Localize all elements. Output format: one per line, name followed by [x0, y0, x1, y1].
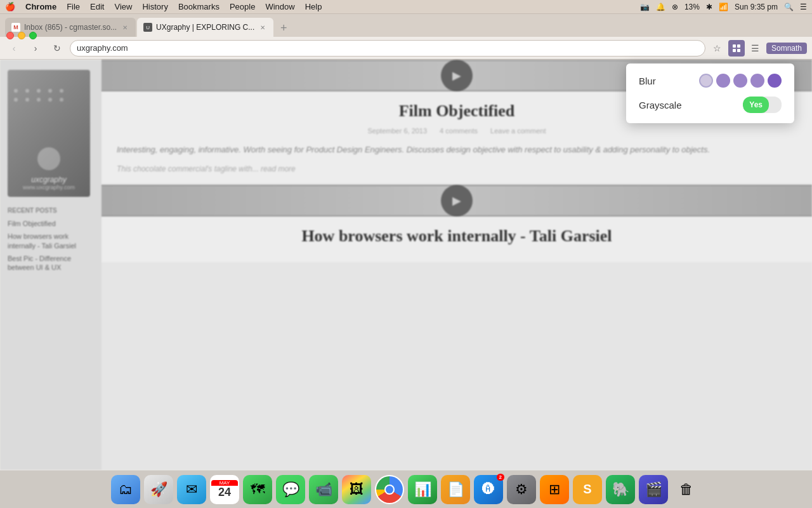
blur-row: Blur [639, 74, 782, 88]
dock-finder[interactable]: 🗂 [111, 475, 140, 504]
dock-numbers[interactable]: 📊 [408, 475, 437, 504]
forward-button[interactable]: › [27, 39, 44, 57]
menu-wifi-icon: 📶 [719, 3, 728, 11]
address-bar[interactable]: uxgraphy.com [70, 40, 705, 57]
sidebar: uxcgraphy www.uxcgraphy.com RECENT POSTS… [0, 60, 102, 470]
blur-dot-4[interactable] [750, 74, 764, 88]
facetime-icon: 📹 [315, 481, 332, 498]
grayscale-toggle[interactable]: Yes [743, 97, 782, 113]
chrome-menu[interactable]: Chrome [25, 2, 56, 11]
dock-rocket[interactable]: 🚀 [144, 475, 173, 504]
mail-icon: ✉ [186, 481, 197, 498]
sidebar-site-url: www.uxcgraphy.com [23, 184, 75, 190]
url-text: uxgraphy.com [77, 43, 128, 53]
post-1-comments: 4 comments [440, 127, 478, 135]
menu-cast-icon: 📷 [640, 3, 650, 11]
bookmark-icon[interactable]: ☆ [709, 40, 726, 57]
menu-vpn-icon: ⊗ [672, 3, 678, 11]
tab-uxgraphy-label: UXgraphy | EXPLORING C... [156, 23, 254, 32]
tab-gmail-label: Inbox (865) - cgmaster.so... [24, 23, 117, 32]
window-menu[interactable]: Window [265, 2, 294, 11]
trash-icon: 🗑 [679, 481, 693, 498]
menu-time: Sun 9:35 pm [735, 3, 778, 11]
sidebar-recent-posts-title: RECENT POSTS [8, 207, 94, 214]
appstore-icon: 🅐 [482, 482, 495, 497]
edit-menu[interactable]: Edit [90, 2, 104, 11]
maps-icon: 🗺 [251, 481, 265, 498]
messages-icon: 💬 [282, 481, 299, 498]
menu-icon[interactable]: ☰ [747, 40, 764, 57]
tab-bar: M Inbox (865) - cgmaster.so... ✕ U UXgra… [0, 14, 812, 37]
dock-facetime[interactable]: 📹 [309, 475, 338, 504]
blur-dot-3[interactable] [733, 74, 747, 88]
bookmarks-menu[interactable]: Bookmarks [178, 2, 219, 11]
help-menu[interactable]: Help [305, 2, 322, 11]
new-tab-button[interactable]: + [275, 19, 292, 37]
tab-gmail-close[interactable]: ✕ [121, 23, 129, 32]
apple-menu[interactable]: 🍎 [5, 2, 15, 11]
slides-icon: S [583, 482, 591, 497]
dock-unknown-app[interactable]: 🎬 [639, 475, 668, 504]
dock-slides[interactable]: S [573, 475, 602, 504]
dock-photos[interactable]: 🖼 [342, 475, 371, 504]
post-1-leave-comment[interactable]: Leave a comment [490, 127, 546, 135]
sidebar-link-2[interactable]: How browsers work internally - Tali Gars… [8, 232, 94, 250]
toggle-yes[interactable]: Yes [743, 97, 769, 113]
blur-dot-1[interactable] [699, 74, 713, 88]
menu-bar-right: 📷 🔔 ⊗ 13% ✱ 📶 Sun 9:35 pm 🔍 ☰ [640, 3, 807, 11]
extension-popup: Blur Grayscale Yes [626, 64, 794, 123]
dock-maps[interactable]: 🗺 [243, 475, 272, 504]
chrome-window: M Inbox (865) - cgmaster.so... ✕ U UXgra… [0, 14, 812, 508]
dock-chrome[interactable] [375, 475, 404, 504]
close-button[interactable] [6, 32, 14, 39]
grayscale-label: Grayscale [639, 100, 682, 110]
svg-rect-1 [737, 44, 740, 48]
dock-appstore[interactable]: 🅐 2 [474, 475, 503, 504]
tab-uxgraphy[interactable]: U UXgraphy | EXPLORING C... ✕ [137, 18, 273, 37]
blur-dot-2[interactable] [716, 74, 730, 88]
svg-rect-2 [733, 49, 736, 52]
extension-icon[interactable] [728, 40, 745, 57]
dock-calendar[interactable]: MAY 24 [210, 475, 239, 504]
dock-mail[interactable]: ✉ [177, 475, 206, 504]
dock-pages[interactable]: 📄 [441, 475, 470, 504]
tab-uxgraphy-close[interactable]: ✕ [258, 23, 267, 32]
sidebar-logo: uxcgraphy www.uxcgraphy.com [8, 70, 90, 197]
post-1-excerpt: Interesting, engaging, informative. Wort… [117, 144, 797, 157]
menu-search-icon[interactable]: 🔍 [784, 3, 794, 11]
reload-button[interactable]: ↻ [48, 39, 66, 57]
post-1-media-icon: ▶ [441, 60, 473, 91]
sidebar-avatar [37, 147, 60, 170]
post-1-readmore[interactable]: This chocolate commercial's tagline with… [117, 164, 797, 173]
toggle-no[interactable] [769, 97, 782, 113]
dock-prefs[interactable]: ⚙ [507, 475, 536, 504]
menu-battery: 13% [684, 3, 700, 11]
post-2-title: How browsers work internally - Tali Gars… [117, 227, 797, 246]
people-menu[interactable]: People [230, 2, 255, 11]
dock: 🗂 🚀 ✉ MAY 24 🗺 💬 📹 🖼 [0, 470, 812, 508]
sidebar-link-3[interactable]: Best Pic - Difference between UI & UX [8, 254, 94, 272]
dock-trash[interactable]: 🗑 [672, 475, 701, 504]
dock-launchpad[interactable]: ⊞ [540, 475, 569, 504]
post-2-media-icon: ▶ [441, 185, 473, 217]
gmail-favicon: M [11, 23, 20, 32]
history-menu[interactable]: History [142, 2, 167, 11]
view-menu[interactable]: View [114, 2, 132, 11]
launchpad-icon: ⊞ [549, 481, 560, 498]
unknown-icon: 🎬 [645, 481, 662, 498]
menu-list-icon[interactable]: ☰ [800, 3, 807, 11]
sidebar-link-1[interactable]: Film Objectified [8, 219, 94, 228]
blur-control[interactable] [699, 74, 782, 88]
dock-messages[interactable]: 💬 [276, 475, 305, 504]
blur-dot-5[interactable] [768, 74, 782, 88]
numbers-icon: 📊 [414, 481, 431, 498]
file-menu[interactable]: File [67, 2, 80, 11]
minimize-button[interactable] [18, 32, 25, 39]
post-card-2: ▶ How browsers work internally - Tali Ga… [102, 185, 812, 262]
profile-button[interactable]: Somnath [766, 43, 807, 54]
back-button[interactable]: ‹ [5, 39, 23, 57]
dock-evernote[interactable]: 🐘 [606, 475, 635, 504]
uxgraphy-favicon: U [143, 23, 152, 32]
maximize-button[interactable] [29, 32, 37, 39]
menu-bar-left: 🍎 Chrome File Edit View History Bookmark… [5, 2, 322, 11]
